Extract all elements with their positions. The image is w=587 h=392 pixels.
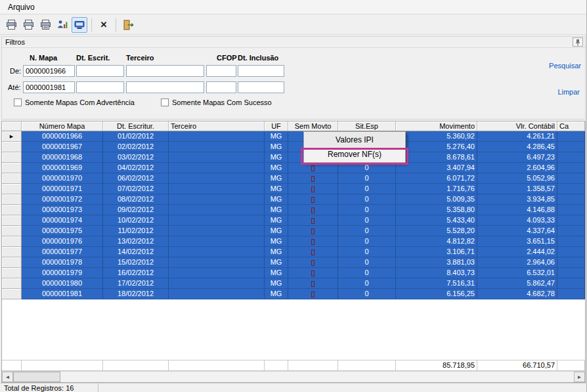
- export-button[interactable]: [72, 17, 87, 33]
- row-selector[interactable]: [2, 173, 22, 184]
- cell-uf: MG: [265, 236, 288, 247]
- cell-movimento: 7.516,31: [396, 278, 477, 289]
- column-header-movimento[interactable]: Movimento: [396, 121, 477, 131]
- print-button[interactable]: [20, 17, 36, 33]
- table-row[interactable]: 000000198118/02/2012MG06.156,254.682,78: [2, 289, 585, 299]
- cell-sem-movto: [288, 205, 338, 215]
- table-row[interactable]: 000000197208/02/2012MG05.009,353.934,85: [2, 194, 585, 205]
- column-header-dt-escritur[interactable]: Dt. Escritur.: [103, 121, 169, 131]
- scroll-thumb[interactable]: [13, 372, 60, 382]
- cell-numero-mapa: 0000001980: [22, 278, 103, 289]
- pin-button[interactable]: [573, 37, 583, 47]
- cell-movimento: 5.360,92: [396, 131, 477, 142]
- table-row[interactable]: 000000197511/02/2012MG05.528,204.337,64: [2, 226, 585, 236]
- data-grid: Número MapaDt. Escritur.TerceiroUFSem Mo…: [1, 121, 586, 383]
- row-selector[interactable]: [2, 278, 22, 289]
- scroll-right-button[interactable]: ►: [574, 372, 585, 382]
- table-row[interactable]: 000000197815/02/2012MG03.881,032.964,06: [2, 257, 585, 268]
- exit-button[interactable]: [120, 17, 136, 33]
- column-header-sit-esp[interactable]: Sit.Esp: [338, 121, 396, 131]
- column-header-sem-movto[interactable]: Sem Movto: [288, 121, 338, 131]
- column-header-uf[interactable]: UF: [265, 121, 288, 131]
- print-preview-button[interactable]: [37, 17, 53, 33]
- table-row[interactable]: 000000197309/02/2012MG05.358,804.146,88: [2, 205, 585, 215]
- checkbox-box[interactable]: [14, 98, 22, 106]
- context-menu-item-valores-ipi[interactable]: Valores IPI: [305, 133, 404, 147]
- row-selector[interactable]: [2, 184, 22, 194]
- pin-icon: [575, 39, 581, 46]
- cell-movimento: 5.009,35: [396, 194, 477, 205]
- cell-movimento: 8.678,61: [396, 152, 477, 163]
- row-selector[interactable]: [2, 205, 22, 215]
- cell-vlr-contabil: 4.261,21: [477, 131, 557, 142]
- cell-numero-mapa: 0000001977: [22, 247, 103, 257]
- pesquisar-link[interactable]: Pesquisar: [549, 62, 581, 70]
- table-row[interactable]: ▶000000196601/02/2012MG05.360,924.261,21: [2, 131, 585, 142]
- cell-movimento: 4.812,82: [396, 236, 477, 247]
- row-selector[interactable]: [2, 152, 22, 163]
- from-cfop-input[interactable]: [206, 65, 236, 77]
- to-n-mapa-input[interactable]: [23, 81, 75, 93]
- column-header-vlr-contabil[interactable]: Vlr. Contábil: [477, 121, 557, 131]
- row-selector[interactable]: [2, 236, 22, 247]
- from-terceiro-input[interactable]: [126, 65, 204, 77]
- checkbox-somente-advertencia[interactable]: Somente Mapas Com Advertência: [14, 98, 135, 106]
- cell-vlr-contabil: 4.093,33: [477, 215, 557, 226]
- table-row[interactable]: 000000197916/02/2012MG08.403,736.532,01: [2, 268, 585, 278]
- checkbox-box[interactable]: [161, 98, 169, 106]
- row-selector[interactable]: [2, 268, 22, 278]
- table-row[interactable]: 000000197714/02/2012MG03.106,712.444,02: [2, 247, 585, 257]
- cell-vlr-contabil: 2.964,06: [477, 257, 557, 268]
- cell-ca: [557, 226, 585, 236]
- column-header-numero-mapa[interactable]: Número Mapa: [22, 121, 103, 131]
- column-header-terceiro[interactable]: Terceiro: [169, 121, 265, 131]
- row-selector[interactable]: [2, 142, 22, 152]
- row-selector[interactable]: [2, 289, 22, 299]
- totals-vlr-contabil: 66.710,57: [477, 360, 557, 371]
- to-dt-inclusao-input[interactable]: [238, 81, 284, 93]
- table-row[interactable]: 000000197410/02/2012MG05.433,404.093,33: [2, 215, 585, 226]
- row-selector[interactable]: [2, 215, 22, 226]
- row-selector[interactable]: [2, 163, 22, 173]
- row-selector[interactable]: ▶: [2, 131, 22, 142]
- table-row[interactable]: 000000197006/02/2012MG06.071,725.052,96: [2, 173, 585, 184]
- from-dt-inclusao-input[interactable]: [238, 65, 284, 77]
- cell-uf: MG: [265, 278, 288, 289]
- row-selector[interactable]: [2, 226, 22, 236]
- cell-sem-movto: [288, 289, 338, 299]
- table-row[interactable]: 000000196803/02/2012MG08.678,616.497,23: [2, 152, 585, 163]
- cell-vlr-contabil: 3.651,15: [477, 236, 557, 247]
- from-dt-escrit-input[interactable]: [76, 65, 124, 77]
- to-dt-escrit-input[interactable]: [76, 81, 124, 93]
- limpar-link[interactable]: Limpar: [557, 88, 580, 96]
- cell-ca: [557, 268, 585, 278]
- table-row[interactable]: 000000196904/02/2012MG03.407,942.604,96: [2, 163, 585, 173]
- row-selector[interactable]: [2, 194, 22, 205]
- cell-uf: MG: [265, 226, 288, 236]
- statistics-button[interactable]: [54, 17, 70, 33]
- menu-arquivo[interactable]: Arquivo: [3, 1, 40, 13]
- table-row[interactable]: 000000197613/02/2012MG04.812,823.651,15: [2, 236, 585, 247]
- app-window: Arquivo: [0, 0, 587, 392]
- cell-uf: MG: [265, 194, 288, 205]
- scroll-left-button[interactable]: ◄: [2, 372, 13, 382]
- column-header-ca[interactable]: Ca: [557, 121, 585, 131]
- row-selector[interactable]: [2, 257, 22, 268]
- context-menu-item-remover-nfs[interactable]: Remover NF(s): [305, 147, 404, 162]
- to-cfop-input[interactable]: [206, 81, 236, 93]
- from-n-mapa-input[interactable]: [23, 65, 75, 77]
- table-row[interactable]: 000000198017/02/2012MG07.516,315.862,47: [2, 278, 585, 289]
- cell-ca: [557, 289, 585, 299]
- delete-button[interactable]: ✕: [96, 17, 112, 33]
- cell-ca: [557, 215, 585, 226]
- table-row[interactable]: 000000196702/02/2012MG05.276,404.286,45: [2, 142, 585, 152]
- horizontal-scrollbar[interactable]: ◄ ►: [2, 371, 585, 382]
- cell-dt-escritur: 06/02/2012: [103, 173, 169, 184]
- print-report-button[interactable]: [3, 17, 19, 33]
- to-terceiro-input[interactable]: [126, 81, 204, 93]
- checkbox-somente-sucesso[interactable]: Somente Mapas Com Sucesso: [161, 98, 272, 106]
- cell-sem-movto: [288, 278, 338, 289]
- row-selector[interactable]: [2, 247, 22, 257]
- table-row[interactable]: 000000197107/02/2012MG01.716,761.358,57: [2, 184, 585, 194]
- cell-numero-mapa: 0000001971: [22, 184, 103, 194]
